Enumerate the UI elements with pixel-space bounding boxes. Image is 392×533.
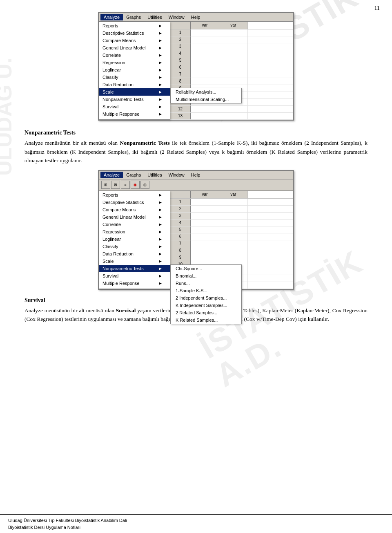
menu-item-descriptive-2[interactable]: Descriptive Statistics▶ — [99, 199, 170, 206]
toolbar-btn-4[interactable]: ◉ — [131, 181, 140, 189]
menu-item-scale-1[interactable]: Scale▶ — [99, 88, 170, 96]
menu-item-classify-2[interactable]: Classify▶ — [99, 243, 170, 250]
submenu-chisquare[interactable]: Chi-Square... — [171, 265, 241, 272]
menu-help-1[interactable]: Help — [188, 14, 204, 20]
menu-item-scale-2[interactable]: Scale▶ — [99, 258, 170, 265]
menu-item-survival-1[interactable]: Survival▶ — [99, 103, 170, 110]
page-content: Analyze Graphs Utilities Window Help Rep… — [0, 0, 392, 337]
menubar-2: Analyze Graphs Utilities Window Help — [99, 171, 293, 179]
menu-utilities-1[interactable]: Utilities — [144, 14, 165, 20]
menu-item-correlate-2[interactable]: Correlate▶ — [99, 221, 170, 228]
menu-window-1[interactable]: Window — [165, 14, 188, 20]
submenu-2indsamples[interactable]: 2 Independent Samples... — [171, 294, 241, 302]
menu-item-glm-1[interactable]: General Linear Model▶ — [99, 44, 170, 52]
section1-bold: Nonparametric Tests — [120, 140, 169, 146]
menu-help-2[interactable]: Help — [188, 172, 204, 178]
menu-item-glm-2[interactable]: General Linear Model▶ — [99, 213, 170, 221]
menubar-1: Analyze Graphs Utilities Window Help — [99, 13, 293, 22]
submenu-krelsamples[interactable]: K Related Samples... — [171, 316, 241, 324]
menu-item-nonparametric-2[interactable]: Nonparametric Tests▶ — [99, 265, 170, 272]
menu-item-multiresponse-2[interactable]: Multiple Response▶ — [99, 280, 170, 287]
menu-item-reports-2[interactable]: Reports▶ — [99, 191, 170, 199]
menu-item-survival-2[interactable]: Survival▶ — [99, 272, 170, 280]
menu-item-descriptive-1[interactable]: Descriptive Statistics▶ — [99, 29, 170, 37]
scale-submenu: Reliability Analysis... Multidimensional… — [170, 88, 242, 103]
menu-graphs-2[interactable]: Graphs — [123, 172, 144, 178]
menu-item-reports-1[interactable]: Reports▶ — [99, 22, 170, 29]
analyze-dropdown-1: Reports▶ Descriptive Statistics▶ Compare… — [99, 22, 170, 120]
spss-content-1: Reports▶ Descriptive Statistics▶ Compare… — [99, 22, 293, 120]
menu-analyze-2[interactable]: Analyze — [100, 172, 123, 178]
footer-line1: Uludağ Üniversitesi Tıp Fakültesi Biyois… — [8, 517, 384, 524]
menu-item-correlate-1[interactable]: Correlate▶ — [99, 52, 170, 59]
submenu-multidimensional[interactable]: Multidimensional Scaling... — [171, 96, 241, 103]
page-footer: Uludağ Üniversitesi Tıp Fakültesi Biyois… — [0, 514, 392, 533]
analyze-dropdown-2: Reports▶ Descriptive Statistics▶ Compare… — [99, 191, 170, 289]
menu-utilities-2[interactable]: Utilities — [144, 172, 165, 178]
menu-item-multiresponse-1[interactable]: Multiple Response▶ — [99, 110, 170, 118]
menu-item-regression-1[interactable]: Regression▶ — [99, 59, 170, 66]
grid-col-var1-1: var — [191, 22, 219, 29]
menu-item-classify-1[interactable]: Classify▶ — [99, 74, 170, 81]
toolbar-btn-2[interactable]: ⊠ — [111, 181, 120, 189]
menu-graphs-1[interactable]: Graphs — [123, 14, 144, 20]
grid-col-var2-1: var — [219, 22, 248, 29]
spss-window-1: Analyze Graphs Utilities Window Help Rep… — [98, 12, 294, 121]
grid-col-var2-2: var — [219, 191, 248, 198]
menu-item-loglinear-1[interactable]: Loglinear▶ — [99, 66, 170, 74]
menu-item-datareduction-2[interactable]: Data Reduction▶ — [99, 250, 170, 258]
menus-wrapper-2: Reports▶ Descriptive Statistics▶ Compare… — [99, 191, 170, 289]
spss-window-2: Analyze Graphs Utilities Window Help ⊞ ⊠… — [98, 170, 294, 290]
toolbar-2: ⊞ ⊠ ≡ ◉ ◎ — [99, 179, 293, 191]
menu-item-regression-2[interactable]: Regression▶ — [99, 228, 170, 235]
menu-item-loglinear-2[interactable]: Loglinear▶ — [99, 235, 170, 243]
section1-body: Analyze menüsünün bir alt menüsü olan No… — [24, 139, 368, 165]
menu-item-datareduction-1[interactable]: Data Reduction▶ — [99, 81, 170, 88]
toolbar-btn-5[interactable]: ◎ — [140, 181, 149, 189]
toolbar-btn-3[interactable]: ≡ — [121, 181, 130, 189]
menu-item-compare-1[interactable]: Compare Means▶ — [99, 37, 170, 44]
menu-window-2[interactable]: Window — [165, 172, 188, 178]
screenshot-1: Analyze Graphs Utilities Window Help Rep… — [24, 12, 368, 121]
screenshot-2: Analyze Graphs Utilities Window Help ⊞ ⊠… — [24, 170, 368, 290]
menu-item-nonparametric-1[interactable]: Nonparametric Tests▶ — [99, 96, 170, 103]
toolbar-btn-1[interactable]: ⊞ — [101, 181, 110, 189]
menu-analyze-1[interactable]: Analyze — [100, 14, 123, 20]
submenu-kindsamples[interactable]: K Independent Samples... — [171, 302, 241, 309]
section1-text1: Analyze menüsünün bir alt menüsü olan — [24, 140, 120, 146]
data-grid-1: var var 1 2 3 4 5 6 7 8 9 10 11 12 13 — [170, 22, 293, 120]
submenu-binomial[interactable]: Binomial... — [171, 272, 241, 280]
section2-text1: Analyze menüsünün bir alt menüsü olan — [24, 307, 116, 314]
submenu-reliability[interactable]: Reliability Analysis... — [171, 88, 241, 96]
page-number: 11 — [374, 5, 380, 11]
footer-line2: Biyoistatistik Dersi Uygulama Notları — [8, 524, 384, 531]
menus-wrapper-1: Reports▶ Descriptive Statistics▶ Compare… — [99, 22, 170, 120]
spss-content-2: Reports▶ Descriptive Statistics▶ Compare… — [99, 191, 293, 289]
nonparametric-submenu: Chi-Square... Binomial... Runs... 1-Samp… — [170, 264, 242, 324]
menu-item-compare-2[interactable]: Compare Means▶ — [99, 206, 170, 213]
submenu-1sampleks[interactable]: 1-Sample K-S... — [171, 287, 241, 294]
section1-heading: Nonparametric Tests — [24, 130, 368, 136]
submenu-2relsamples[interactable]: 2 Related Samples... — [171, 309, 241, 316]
section2-bold: Survival — [116, 307, 136, 314]
grid-col-var1-2: var — [191, 191, 219, 198]
submenu-runs[interactable]: Runs... — [171, 280, 241, 287]
